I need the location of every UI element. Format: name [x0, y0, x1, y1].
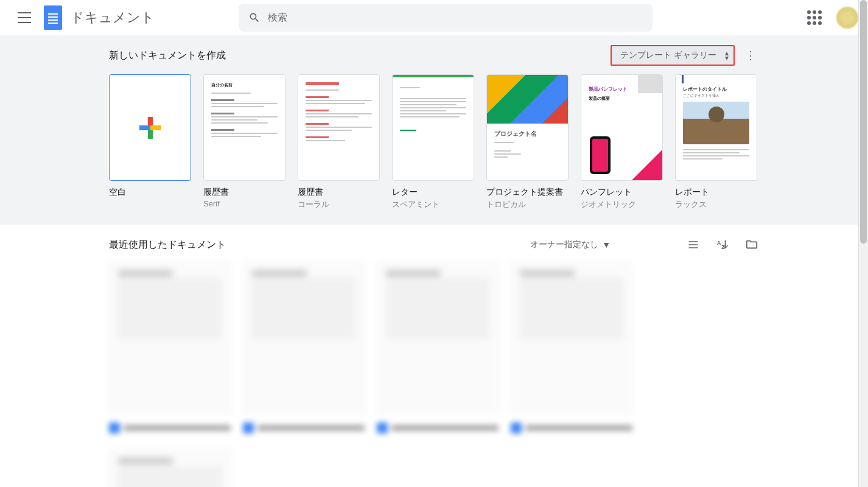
owner-filter-label: オーナー指定なし — [530, 239, 598, 250]
template-subtitle: ジオメトリック — [581, 199, 663, 210]
folder-icon — [745, 238, 758, 251]
open-file-picker-button[interactable] — [744, 237, 759, 252]
google-apps-button[interactable] — [807, 10, 822, 25]
templates-heading: 新しいドキュメントを作成 — [109, 49, 226, 62]
template-report-luxe[interactable]: レポートのタイトルここにテキストを挿入 レポート ラックス — [675, 74, 757, 210]
recent-section: 最近使用したドキュメント オーナー指定なし ▼ AZ — [0, 225, 868, 487]
svg-rect-1 — [18, 17, 31, 18]
docs-logo-icon[interactable] — [44, 5, 62, 30]
template-blank[interactable]: 空白 — [109, 74, 191, 210]
vertical-scrollbar[interactable] — [858, 0, 868, 487]
template-resume-serif[interactable]: 自分の名前 履歴書 Serif — [203, 74, 285, 210]
templates-section: 新しいドキュメントを作成 テンプレート ギャラリー ▴▾ ⋮ 空白 自分の名前 … — [0, 35, 868, 225]
template-resume-coral[interactable]: 履歴書 コーラル — [298, 74, 380, 210]
template-subtitle: コーラル — [298, 199, 380, 210]
template-project-tropical[interactable]: プロジェクト名 プロジェクト提案書 トロピカル — [486, 74, 569, 210]
template-title: 空白 — [109, 187, 191, 198]
template-brochure-geometric[interactable]: 製品パンフレット製品の概要 パンフレット ジオメトリック — [581, 74, 663, 210]
recent-document[interactable] — [109, 449, 231, 487]
template-title: 履歴書 — [298, 187, 380, 198]
recent-document[interactable] — [377, 262, 499, 437]
unfold-icon: ▴▾ — [725, 51, 729, 60]
svg-rect-0 — [18, 12, 31, 13]
plus-icon — [139, 117, 161, 139]
main-menu-button[interactable] — [10, 3, 39, 32]
template-subtitle: スペアミント — [392, 199, 474, 210]
template-gallery-label: テンプレート ギャラリー — [620, 50, 716, 60]
list-view-icon — [687, 239, 699, 251]
account-avatar[interactable] — [836, 7, 858, 29]
recent-document[interactable] — [109, 262, 231, 437]
templates-more-button[interactable]: ⋮ — [742, 47, 759, 64]
template-title: パンフレット — [581, 187, 663, 198]
recent-heading: 最近使用したドキュメント — [109, 239, 226, 251]
template-subtitle: Serif — [203, 199, 285, 208]
recent-document[interactable] — [243, 262, 365, 437]
template-title: 履歴書 — [203, 187, 285, 198]
template-title: プロジェクト提案書 — [486, 187, 569, 198]
template-title: レター — [392, 187, 474, 198]
recent-document[interactable] — [511, 262, 632, 437]
dropdown-icon: ▼ — [602, 240, 611, 250]
sort-az-icon: AZ — [716, 238, 729, 251]
templates-row: 空白 自分の名前 履歴書 Serif 履歴書 コーラル レター スペアミント プ… — [109, 74, 759, 210]
more-vert-icon: ⋮ — [745, 49, 756, 62]
search-input[interactable] — [268, 12, 643, 23]
recent-documents-grid — [109, 262, 759, 487]
owner-filter-dropdown[interactable]: オーナー指定なし ▼ — [530, 239, 611, 250]
app-header: ドキュメント — [0, 0, 868, 35]
search-icon — [248, 12, 261, 24]
template-subtitle: ラックス — [675, 199, 757, 210]
hamburger-icon — [18, 12, 31, 23]
template-gallery-button[interactable]: テンプレート ギャラリー ▴▾ — [611, 45, 735, 66]
template-subtitle: トロピカル — [486, 199, 569, 210]
template-letter-spearmint[interactable]: レター スペアミント — [392, 74, 474, 210]
list-view-button[interactable] — [686, 237, 701, 252]
scrollbar-thumb[interactable] — [860, 0, 867, 244]
template-title: レポート — [675, 187, 757, 198]
search-bar[interactable] — [239, 4, 653, 32]
svg-rect-2 — [18, 22, 31, 23]
app-title: ドキュメント — [71, 9, 155, 27]
svg-text:A: A — [717, 240, 721, 246]
sort-button[interactable]: AZ — [715, 237, 730, 252]
